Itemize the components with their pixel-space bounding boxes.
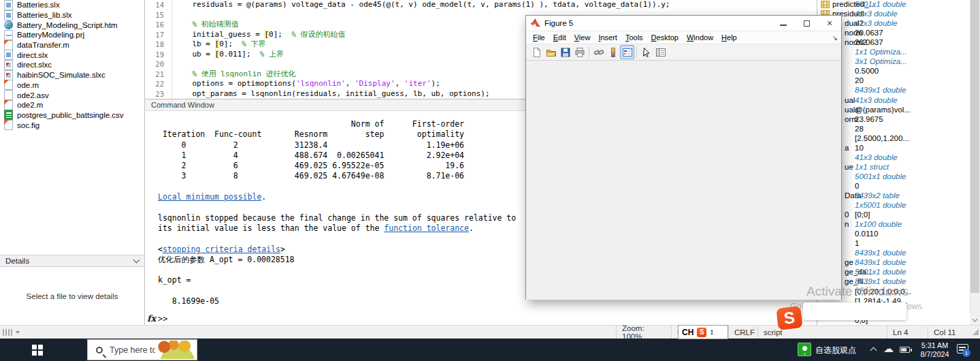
figure-menu-tools[interactable]: Tools — [621, 32, 647, 43]
command-window-link[interactable]: stopping criteria details — [163, 245, 280, 254]
file-item[interactable]: dataTransfer.m — [0, 40, 144, 50]
link-plot-icon[interactable] — [591, 45, 606, 59]
variable-value: 20 — [855, 76, 864, 84]
onedrive-icon[interactable]: ☁ — [883, 343, 894, 355]
variable-value: 1 — [855, 239, 859, 247]
clock-time: 5:31 AM — [916, 341, 953, 350]
command-output-text: Norm of First-order — [158, 119, 464, 129]
file-item[interactable]: ode2.m — [0, 100, 144, 110]
start-button[interactable] — [20, 339, 53, 361]
dock-figure-icon[interactable]: ↘ — [832, 34, 838, 42]
file-item[interactable]: Batteries_lib.slx — [0, 10, 144, 20]
scrollbar-thumb[interactable] — [970, 0, 979, 293]
file-browser-panel: Batteries.slxBatteries_lib.slxBattery_Mo… — [0, 0, 145, 325]
figure-menu-edit[interactable]: Edit — [549, 32, 570, 43]
pointer-icon[interactable] — [639, 45, 653, 59]
simulink-file-icon — [4, 50, 13, 60]
figure-titlebar[interactable]: Figure 5 × — [526, 16, 841, 31]
file-name: Batteries.slx — [17, 1, 60, 9]
stock-app-label[interactable]: 自选股观点 — [815, 345, 856, 356]
legend-icon[interactable] — [620, 45, 634, 59]
line-indicator: Ln 4 — [887, 326, 928, 339]
status-grip-icon[interactable] — [3, 329, 20, 336]
command-prompt[interactable]: >> — [158, 314, 167, 324]
save-figure-icon[interactable] — [558, 45, 572, 59]
taskbar-search-input[interactable]: Type here to search — [87, 339, 197, 360]
file-item[interactable]: BatteryModeling.prj — [0, 30, 144, 40]
figure-menu-file[interactable]: File — [529, 32, 549, 43]
colorbar-icon[interactable] — [606, 45, 620, 59]
command-output-line: 2 6 469.025 6.95522e-05 19.6 — [158, 161, 516, 171]
variable-name: ue — [845, 163, 853, 171]
file-item[interactable]: ode.m — [0, 80, 144, 91]
file-name: ode2.m — [17, 101, 43, 109]
command-output-text: k_opt = — [158, 275, 191, 285]
file-item[interactable]: soc.fig — [0, 120, 144, 130]
file-item[interactable]: Battery_Modeling_Script.htm — [0, 20, 144, 30]
command-window-link[interactable]: function tolerance — [384, 223, 469, 233]
minimize-button[interactable] — [772, 16, 795, 31]
command-output-text: its initial value is less than the value… — [158, 223, 384, 233]
csv-file-icon — [4, 110, 13, 120]
stock-app-tray-icon[interactable] — [798, 343, 811, 356]
file-item[interactable]: Batteries.slx — [0, 0, 144, 10]
sogou-mini-icon: S — [697, 328, 706, 337]
clock-date: 8/7/2024 — [916, 350, 953, 359]
open-file-icon[interactable] — [544, 45, 558, 59]
command-output-line: <stopping criteria details> — [158, 245, 516, 255]
variable-name: ual — [845, 96, 855, 104]
html-file-icon — [4, 20, 13, 29]
variable-value: 5001x1 double — [855, 0, 906, 8]
matlab-status-bar: Zoom: 100% U CRLF script Ln 4 Col 11 — [0, 325, 980, 339]
workspace-row[interactable]: predicted_...5001x1 double — [817, 0, 970, 10]
chevron-down-icon — [973, 316, 978, 321]
chevron-down-icon — [133, 257, 140, 264]
command-window-link[interactable]: Local minimum possible — [158, 192, 261, 202]
ime-spinner-icon[interactable]: ▲▼ — [710, 329, 713, 336]
file-item[interactable]: haibinSOC_Simulate.slxc — [0, 70, 144, 80]
variable-value: [2.5000,1.200... — [855, 134, 909, 142]
print-figure-icon[interactable] — [572, 45, 587, 59]
scrollbar-down-button[interactable] — [970, 314, 980, 325]
file-item[interactable]: postgres_public_battsingle.csv — [0, 110, 144, 121]
ime-language-indicator[interactable]: CH S ▲▼ — [678, 325, 728, 339]
file-item[interactable]: direct.slxc — [0, 60, 144, 70]
file-name: direct.slx — [17, 51, 48, 59]
figure-menu-desktop[interactable]: Desktop — [647, 32, 683, 43]
variable-value: [0;0] — [855, 210, 870, 219]
command-output-line: Norm of First-order — [158, 119, 516, 129]
eol-indicator: CRLF — [728, 326, 757, 339]
variable-value: 0 — [855, 182, 859, 190]
new-figure-icon[interactable] — [529, 45, 544, 59]
window-resize-grip[interactable] — [973, 329, 979, 335]
file-name: BatteryModeling.prj — [17, 31, 84, 39]
command-output-line: 优化后的参数 A_opt = 0.00028518 — [158, 255, 516, 265]
figure-menu-help[interactable]: Help — [717, 32, 741, 43]
file-item[interactable]: direct.slx — [0, 50, 144, 60]
command-output-line: lsqnonlin stopped because the final chan… — [158, 213, 516, 223]
battery-icon[interactable] — [900, 347, 910, 353]
search-daily-art[interactable] — [155, 341, 196, 359]
figure-menu-window[interactable]: Window — [683, 32, 717, 43]
file-name: postgres_public_battsingle.csv — [17, 111, 124, 119]
workspace-scrollbar[interactable] — [970, 0, 980, 325]
command-output-text: > — [280, 245, 285, 254]
command-output-text: 2 6 469.025 6.95522e-05 19.6 — [158, 161, 464, 170]
tray-expand-icon[interactable] — [870, 347, 877, 354]
toolbar-separator — [589, 46, 589, 58]
close-button[interactable]: × — [818, 16, 841, 31]
file-name: direct.slxc — [17, 61, 52, 69]
maximize-button[interactable] — [795, 16, 818, 31]
variable-value: 8439x1 double — [855, 277, 906, 285]
matlab-file-icon — [4, 100, 13, 110]
property-editor-icon[interactable] — [653, 45, 668, 59]
command-output-text: 1 4 488.674 0.00265041 2.92e+04 — [158, 151, 464, 160]
taskbar-clock[interactable]: 5:31 AM 8/7/2024 — [916, 341, 953, 358]
editor-code-line[interactable]: residuals = @(params) voltage_data - ode… — [174, 0, 806, 10]
figure-plot[interactable] — [526, 61, 841, 300]
sogou-ime-logo-icon[interactable]: S — [776, 306, 802, 330]
details-collapse-header[interactable]: Details — [0, 255, 144, 267]
figure-menu-view[interactable]: View — [570, 32, 595, 43]
file-item[interactable]: ode2.asv — [0, 90, 144, 100]
figure-menu-insert[interactable]: Insert — [594, 32, 621, 43]
